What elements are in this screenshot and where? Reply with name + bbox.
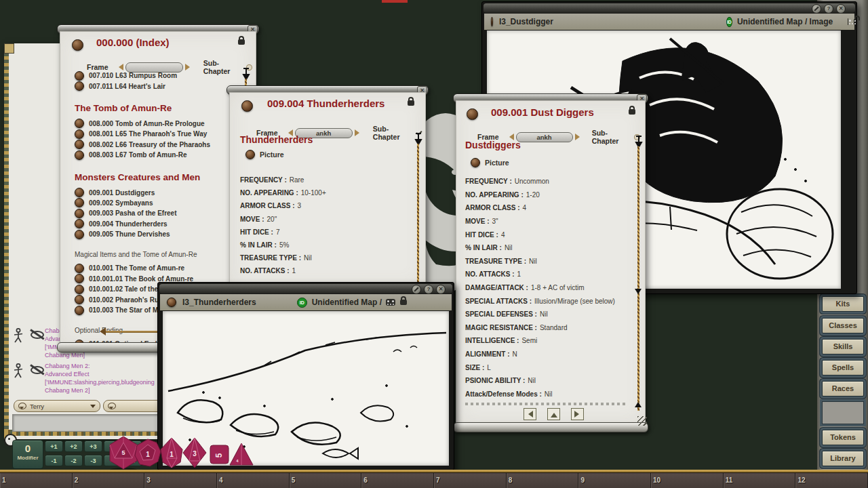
hotkey-slot[interactable]: 11 — [724, 473, 796, 488]
d10-die[interactable]: 1 — [160, 438, 183, 474]
index-entry[interactable]: 007.011 L64 Heart's Lair — [75, 81, 210, 91]
identified-badge[interactable]: ID — [297, 298, 307, 308]
record-knob-icon[interactable] — [491, 17, 493, 26]
sidebar-button-spells[interactable]: Spells — [822, 360, 864, 375]
index-entry[interactable]: 009.004 Thunderherders — [75, 219, 210, 229]
record-knob-icon[interactable] — [241, 100, 253, 112]
record-knob-icon[interactable] — [75, 150, 84, 160]
d8-die[interactable]: 3 — [183, 438, 206, 474]
thunderherders-image-drag-rod[interactable]: ? ✕ — [159, 284, 452, 293]
record-knob-icon[interactable] — [75, 188, 84, 197]
draw-tool-icon[interactable] — [412, 285, 421, 294]
record-knob-icon[interactable] — [467, 108, 478, 120]
chat-text-input[interactable] — [12, 414, 161, 432]
hotkey-slot[interactable]: 8 — [507, 473, 579, 488]
nav-next-button[interactable] — [571, 408, 584, 420]
lock-icon[interactable] — [854, 19, 854, 24]
record-knob-icon[interactable] — [75, 81, 84, 91]
dustdigger-image-titlebar[interactable]: I3_Dustdigger ID Unidentified Map / Imag… — [484, 14, 854, 30]
modifier-button[interactable]: +1 — [45, 441, 63, 452]
tracker-entry[interactable]: Chabang Men 2:Advanced Effect['IMMUNE:sl… — [45, 362, 155, 394]
index-entry[interactable]: 009.003 Pasha of the Efreet — [75, 208, 210, 218]
sidebar-button-tokens[interactable]: Tokens — [822, 430, 864, 445]
sidebar-button-races[interactable]: Races — [822, 381, 864, 396]
modifier-button[interactable]: +2 — [64, 441, 83, 452]
record-knob-icon[interactable] — [75, 119, 84, 128]
modifier-box[interactable]: 0 Modifier — [12, 440, 43, 469]
mask-icon[interactable] — [386, 299, 395, 306]
d20-die[interactable]: 5 — [109, 436, 138, 473]
record-knob-icon[interactable] — [75, 274, 84, 283]
record-knob-icon[interactable] — [167, 298, 176, 307]
nav-previous-button[interactable] — [524, 408, 536, 420]
picture-link[interactable]: Picture — [471, 158, 509, 167]
sidebar-button-library[interactable]: Library — [822, 451, 864, 466]
picture-link[interactable]: Picture — [245, 150, 284, 159]
combatant-figure-icon[interactable] — [12, 328, 24, 343]
combatant-figure-icon[interactable] — [12, 363, 24, 378]
index-entry[interactable]: 007.010 L63 Rumpus Room — [75, 70, 210, 81]
hotkey-slot[interactable]: 4 — [217, 473, 290, 488]
help-icon[interactable]: ? — [424, 285, 433, 294]
scroll-thumb-bottom-icon[interactable] — [635, 399, 642, 407]
thunderherders-image-titlebar[interactable]: I3_Thunderherders ID Unidentified Map / — [160, 294, 452, 310]
record-knob-icon[interactable] — [75, 285, 84, 294]
dustdiggers-bottom-roll[interactable] — [453, 422, 648, 432]
sidebar-button-kits[interactable]: Kits — [822, 296, 864, 312]
scroll-thumb-top-icon[interactable] — [635, 289, 642, 298]
hotkey-slot[interactable]: 7 — [434, 473, 507, 488]
thunderherders-scrollbar[interactable] — [417, 144, 419, 287]
index-entry[interactable]: The Tomb of Amun-Re — [75, 92, 210, 119]
frame-prev-icon[interactable] — [115, 64, 123, 70]
index-entry[interactable]: 008.001 L65 The Pharaoh's True Way — [75, 129, 210, 139]
draw-tool-icon[interactable] — [812, 4, 821, 14]
hotkey-slot[interactable]: 10 — [651, 473, 724, 488]
record-knob-icon[interactable] — [75, 198, 84, 207]
lock-icon[interactable] — [629, 109, 635, 115]
hotkey-slot[interactable]: 1 — [0, 473, 73, 488]
d12-die[interactable]: 1 — [135, 439, 161, 474]
record-knob-icon[interactable] — [75, 129, 84, 139]
hidden-eye-icon[interactable] — [30, 364, 45, 375]
resize-grip[interactable] — [637, 416, 647, 426]
hotkey-slot[interactable]: 3 — [144, 473, 217, 488]
sidebar-button-skills[interactable]: Skills — [822, 339, 864, 354]
dustdigger-image-drag-rod[interactable]: ? ✕ — [484, 3, 855, 13]
frame-next-icon[interactable] — [575, 134, 583, 140]
index-record-knob-icon[interactable] — [72, 39, 83, 51]
mask-icon[interactable] — [848, 18, 848, 25]
index-entry[interactable]: Magical Items and the Tome of Amun-Re — [75, 239, 210, 263]
index-entry[interactable]: 009.005 Thune Dervishes — [75, 229, 210, 239]
lock-icon[interactable] — [238, 39, 245, 45]
record-knob-icon[interactable] — [75, 71, 84, 81]
hotkey-slot[interactable]: 6 — [361, 473, 434, 488]
hotkey-slot[interactable]: 2 — [73, 473, 145, 488]
frame-next-icon[interactable] — [185, 64, 193, 70]
frame-next-icon[interactable] — [355, 129, 363, 136]
frame-value-slider[interactable]: ankh — [516, 132, 573, 142]
modifier-button[interactable]: -2 — [64, 455, 83, 466]
index-entry[interactable]: 008.003 L67 Tomb of Amun-Re — [75, 150, 210, 160]
close-icon[interactable]: ✕ — [436, 285, 446, 294]
record-knob-icon[interactable] — [75, 306, 84, 315]
hotkey-slot[interactable]: 5 — [290, 473, 362, 488]
chat-identity-dropdown[interactable]: Terry — [14, 400, 100, 412]
modifier-button[interactable]: -3 — [84, 455, 102, 466]
record-knob-icon[interactable] — [75, 209, 84, 218]
index-entry[interactable]: 010.001 The Tome of Amun-re — [75, 263, 210, 273]
back-arrow[interactable] — [102, 331, 160, 333]
identified-badge[interactable]: ID — [726, 17, 732, 27]
hidden-eye-icon[interactable] — [30, 329, 45, 340]
index-entry[interactable]: 008.000 Tomb of Amun-Re Prologue — [75, 119, 210, 129]
modifier-button[interactable]: -1 — [45, 455, 63, 466]
sidebar-button-classes[interactable]: Classes — [822, 318, 864, 333]
hotkey-slot[interactable]: 9 — [578, 473, 651, 488]
record-knob-icon[interactable] — [75, 230, 84, 239]
picture-knob-icon[interactable] — [471, 158, 480, 167]
record-knob-icon[interactable] — [75, 295, 84, 304]
picture-knob-icon[interactable] — [245, 150, 255, 159]
index-entry[interactable]: 009.001 Dustdiggers — [75, 187, 210, 197]
record-knob-icon[interactable] — [75, 140, 84, 149]
index-entry[interactable]: 008.002 L66 Treasury of the Pharaohs — [75, 140, 210, 150]
nav-up-button[interactable] — [547, 408, 560, 420]
